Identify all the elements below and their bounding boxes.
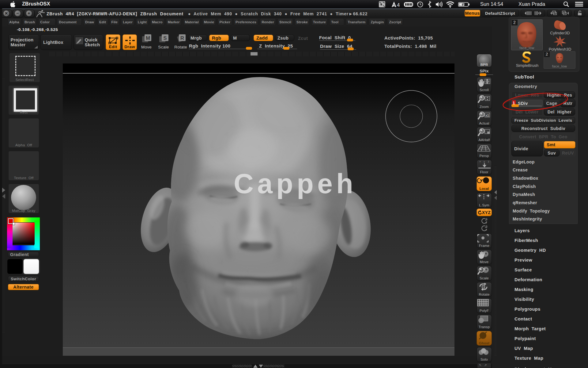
svg-text:S: S: [163, 35, 167, 41]
svg-text:y: y: [484, 160, 485, 163]
svg-text:x1: x1: [485, 114, 489, 117]
svg-text:z: z: [486, 228, 487, 231]
svg-text:y: y: [486, 221, 487, 224]
svg-text:z: z: [488, 160, 489, 163]
svg-text:×: ×: [479, 160, 481, 163]
svg-text:4: 4: [397, 2, 400, 8]
svg-text:M: M: [146, 35, 150, 41]
svg-text:R: R: [180, 35, 184, 41]
